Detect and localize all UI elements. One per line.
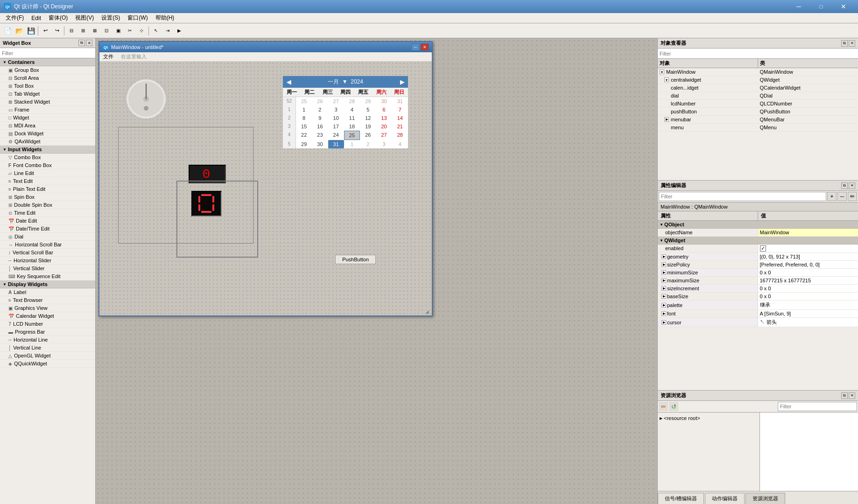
widget-item-combo[interactable]: ▽ Combo Box	[0, 154, 95, 161]
prop-row-font[interactable]: ▶ font A [SimSun, 9]	[658, 310, 858, 318]
prop-filter-del-btn[interactable]: ✏	[848, 192, 857, 201]
prop-section-qwidget[interactable]: ▼ QWidget	[658, 237, 858, 245]
cal-day[interactable]: 13	[376, 114, 392, 122]
widget-item[interactable]: ⊟ Scroll Area	[0, 74, 95, 82]
cal-day[interactable]: 27	[376, 131, 392, 140]
tab-resource-browser[interactable]: 资源浏览器	[745, 493, 785, 504]
cal-day[interactable]: 31	[392, 97, 408, 105]
designer-min-btn[interactable]: ─	[411, 43, 420, 51]
tree-row-central[interactable]: ▼ centralwidget QWidget	[658, 76, 858, 84]
widget-item-dial[interactable]: ◎ Dial	[0, 233, 95, 241]
app-maximize-btn[interactable]: □	[810, 1, 832, 12]
toolbar-redo[interactable]: ↪	[51, 25, 63, 36]
widget-item-hscroll[interactable]: ↔ Horizontal Scroll Bar	[0, 241, 95, 249]
widget-item-qquick[interactable]: ◈ QQuickWidget	[0, 360, 95, 368]
cal-day[interactable]: 26	[312, 97, 328, 105]
prop-filter-add-btn[interactable]: +	[827, 192, 837, 201]
widget-item-keyseq[interactable]: ⌨ Key Sequence Edit	[0, 273, 95, 280]
menu-settings[interactable]: 设置(S)	[98, 13, 124, 23]
cal-day[interactable]: 28	[344, 97, 360, 105]
cal-day[interactable]: 30	[312, 140, 328, 148]
widget-item-datetime[interactable]: 📅 Date/Time Edit	[0, 225, 95, 233]
cal-day[interactable]: 4	[392, 140, 408, 148]
cal-day[interactable]: 1	[344, 140, 360, 148]
cal-day[interactable]: 20	[376, 122, 392, 131]
widget-item-line[interactable]: ▱ Line Edit	[0, 169, 95, 177]
widget-item-date[interactable]: 📅 Date Edit	[0, 217, 95, 225]
cal-day[interactable]: 29	[296, 140, 312, 148]
tree-row-mainwindow[interactable]: ▼ MainWindow QMainWindow	[658, 68, 858, 76]
cal-day[interactable]: 8	[296, 114, 312, 122]
cal-day[interactable]: 3	[328, 105, 344, 114]
toolbar-undo[interactable]: ↩	[40, 25, 51, 36]
prop-row-palette[interactable]: ▶ palette 继承	[658, 301, 858, 310]
cal-day[interactable]: 10	[328, 114, 344, 122]
toolbar-layout-h[interactable]: ⊟	[66, 25, 77, 36]
cal-day[interactable]: 12	[360, 114, 376, 122]
tree-row-lcd[interactable]: lcdNumber QLCDNumber	[658, 100, 858, 108]
res-root-item[interactable]: ▶ <resource root>	[660, 414, 758, 422]
widget-item-progress[interactable]: ▬ Progress Bar	[0, 328, 95, 336]
obj-inspector-float-btn[interactable]: ⧉	[841, 40, 848, 47]
prop-row-objectname[interactable]: objectName MainWindow	[658, 229, 858, 237]
widget-box-float-btn[interactable]: ⧉	[78, 40, 85, 46]
prop-filter-edit-btn[interactable]: ─	[837, 192, 847, 201]
cal-day[interactable]: 6	[376, 105, 392, 114]
tree-row-dial[interactable]: dial QDial	[658, 92, 858, 100]
widget-box-filter[interactable]	[0, 48, 95, 58]
menu-edit[interactable]: Edit	[28, 14, 45, 22]
designer-max-btn[interactable]: ✕	[421, 43, 429, 51]
cal-day[interactable]: 28	[392, 131, 408, 140]
toolbar-layout-g[interactable]: ⊠	[89, 25, 100, 36]
widget-item[interactable]: ⊡ Tab Widget	[0, 90, 95, 98]
res-browser-float-btn[interactable]: ⧉	[841, 392, 848, 399]
toolbar-break[interactable]: ✂	[124, 25, 135, 36]
category-display[interactable]: ▼ Display Widgets	[0, 280, 95, 288]
prop-row-enabled[interactable]: enabled ✓	[658, 245, 858, 253]
widget-item-vslider[interactable]: │ Vertical Slider	[0, 265, 95, 273]
cal-day[interactable]: 17	[328, 122, 344, 131]
push-button-widget[interactable]: PushButton	[335, 255, 376, 264]
prop-row-minsize[interactable]: ▶ minimumSize 0 x 0	[658, 269, 858, 277]
toolbar-open[interactable]: 📂	[14, 25, 25, 36]
tree-row-menu[interactable]: menu QMenu	[658, 124, 858, 132]
widget-item-spin[interactable]: ⊞ Spin Box	[0, 193, 95, 201]
cal-day[interactable]: 15	[296, 122, 312, 131]
cal-day[interactable]: 18	[344, 122, 360, 131]
res-browser-close-btn[interactable]: ✕	[849, 392, 855, 399]
toolbar-edit-mode[interactable]: ↖	[150, 25, 162, 36]
widget-item-textbrowser[interactable]: ≡ Text Browser	[0, 296, 95, 304]
widget-item-vscroll[interactable]: ↕ Vertical Scroll Bar	[0, 249, 95, 257]
prop-row-maxsize[interactable]: ▶ maximumSize 16777215 x 16777215	[658, 277, 858, 285]
category-containers[interactable]: ▼ Containers	[0, 58, 95, 66]
toolbar-adjust[interactable]: ⊹	[136, 25, 147, 36]
tree-row-pushbtn[interactable]: pushButton QPushButton	[658, 108, 858, 116]
cal-next-btn[interactable]: ▶	[400, 79, 404, 85]
widget-item-graphics[interactable]: ▣ Graphics View	[0, 304, 95, 312]
cal-day[interactable]: 30	[376, 97, 392, 105]
widget-item[interactable]: ⊞ Tool Box	[0, 82, 95, 90]
menu-help[interactable]: 帮助(H)	[152, 13, 178, 23]
cal-day[interactable]: 4	[344, 105, 360, 114]
app-minimize-btn[interactable]: ─	[788, 1, 809, 12]
widget-item[interactable]: □ Widget	[0, 114, 95, 122]
prop-row-cursor[interactable]: ▶ cursor ↖ 箭头	[658, 318, 858, 327]
cal-day[interactable]: 31	[328, 140, 344, 148]
prop-row-sizeincrement[interactable]: ▶ sizeIncrement 0 x 0	[658, 285, 858, 293]
widget-item-hline[interactable]: ─ Horizontal Line	[0, 336, 95, 344]
cal-day[interactable]: 26	[360, 131, 376, 140]
widget-item[interactable]: ⊠ Stacked Widget	[0, 98, 95, 106]
prop-row-geometry[interactable]: ▶ geometry [(0, 0), 912 x 713]	[658, 253, 858, 261]
toolbar-save[interactable]: 💾	[25, 25, 36, 36]
cal-day[interactable]: 16	[312, 122, 328, 131]
prop-row-basesize[interactable]: ▶ baseSize 0 x 0	[658, 293, 858, 301]
prop-row-sizepolicy[interactable]: ▶ sizePolicy [Preferred, Preferred, 0, 0…	[658, 261, 858, 269]
cal-day[interactable]: 11	[344, 114, 360, 122]
cal-day[interactable]: 7	[392, 105, 408, 114]
cal-day[interactable]: 25	[344, 131, 360, 140]
prop-section-qobject[interactable]: ▼ QObject	[658, 221, 858, 229]
cal-day[interactable]: 23	[312, 131, 328, 140]
app-close-btn[interactable]: ✕	[833, 1, 854, 12]
object-inspector-filter[interactable]	[658, 49, 858, 59]
cal-day[interactable]: 29	[360, 97, 376, 105]
